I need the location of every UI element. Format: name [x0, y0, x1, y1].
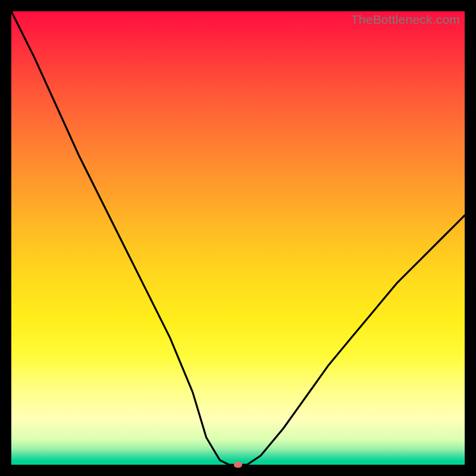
- plot-area: TheBottleneck.com: [11, 11, 465, 465]
- optimal-marker: [234, 462, 242, 468]
- chart-frame: TheBottleneck.com: [0, 0, 476, 476]
- bottleneck-curve: [11, 11, 465, 465]
